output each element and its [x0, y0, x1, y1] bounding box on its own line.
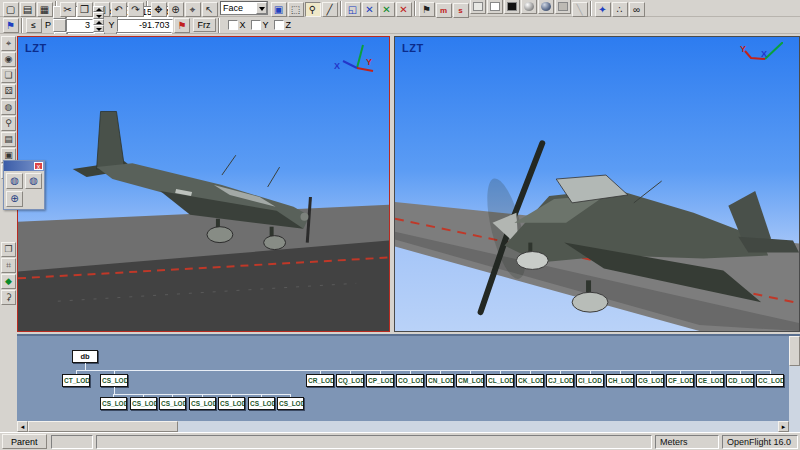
- hierarchy-node[interactable]: CN_LOD_: [426, 374, 454, 387]
- snap-grid-button[interactable]: [53, 19, 66, 32]
- pushpin-button[interactable]: ⚑: [419, 2, 435, 17]
- shade-black-button[interactable]: [504, 0, 520, 14]
- shade-flat-gray-button[interactable]: [555, 0, 571, 14]
- lamp-tool[interactable]: ⚳: [1, 290, 16, 305]
- hierarchy-node[interactable]: CP_LOD_: [366, 374, 394, 387]
- shade-lit-sphere-button[interactable]: [521, 0, 537, 14]
- hierarchy-node[interactable]: CS_LOD_: [248, 397, 275, 410]
- pages-tool[interactable]: ❐: [1, 242, 16, 257]
- globe-wire-tool[interactable]: ◍: [1, 100, 16, 115]
- zoom-tool-button[interactable]: ⌖: [185, 2, 201, 17]
- chevron-down-icon[interactable]: [256, 2, 267, 14]
- rotation-field[interactable]: 3: [66, 19, 93, 32]
- hierarchy-node[interactable]: CK_LOD_: [516, 374, 544, 387]
- freeze-button[interactable]: Frz: [193, 18, 216, 32]
- hierarchy-node[interactable]: CS_LOD_: [189, 397, 216, 410]
- marker-flag-button[interactable]: ⚑: [174, 18, 190, 33]
- line-tool-button[interactable]: ╱: [322, 2, 338, 17]
- viewport-left[interactable]: LZT X Y: [17, 36, 390, 332]
- zoom-box-button[interactable]: ◱: [345, 2, 361, 17]
- shade-white-button[interactable]: [487, 0, 503, 14]
- axis-checkbox[interactable]: Z: [274, 20, 292, 30]
- hierarchy-node[interactable]: CL_LOD_: [486, 374, 514, 387]
- track-flag-button[interactable]: ⚑: [3, 18, 19, 33]
- hierarchy-node[interactable]: CI_LOD_: [576, 374, 604, 387]
- pick-wand-tool[interactable]: ⚲: [1, 116, 16, 131]
- shade-dim-sphere-button[interactable]: [538, 0, 554, 14]
- axis-checkbox[interactable]: Y: [251, 20, 269, 30]
- hierarchy-panel[interactable]: dbCT_LOD_CS_LOD_CR_LOD_CQ_LOD_CP_LOD_CO_…: [17, 334, 800, 432]
- hierarchy-node[interactable]: CR_LOD_: [306, 374, 334, 387]
- hierarchy-node[interactable]: CS_LOD_: [100, 397, 127, 410]
- texture-s-button[interactable]: s: [453, 3, 469, 18]
- fence-select-button[interactable]: ⬚: [288, 2, 304, 17]
- scroll-right-icon[interactable]: ▸: [778, 421, 789, 432]
- palette-target-button[interactable]: ⊕: [6, 191, 23, 207]
- fit-z-button[interactable]: ✕: [396, 2, 412, 17]
- palette-globe-a-button[interactable]: ◍: [6, 173, 23, 189]
- hierarchy-node[interactable]: CF_LOD_: [666, 374, 694, 387]
- hierarchy-node[interactable]: CS_LOD_: [130, 397, 157, 410]
- hierarchy-node[interactable]: CD_LOD_: [726, 374, 754, 387]
- hierarchy-node[interactable]: CG_LOD_: [636, 374, 664, 387]
- texture-m-button[interactable]: m: [436, 3, 452, 18]
- palette-globe-b-button[interactable]: ◍: [25, 173, 42, 189]
- fit-x-button[interactable]: ✕: [362, 2, 378, 17]
- hierarchy-node[interactable]: CS_LOD_: [277, 397, 304, 410]
- wireframe-button[interactable]: ╲: [572, 2, 588, 17]
- hierarchy-node[interactable]: CO_LOD_: [396, 374, 424, 387]
- spinner-arrows[interactable]: [93, 19, 104, 32]
- hierarchy-node[interactable]: CM_LOD_: [456, 374, 484, 387]
- hierarchy-node[interactable]: CH_LOD_: [606, 374, 634, 387]
- redo-button[interactable]: ↷: [128, 2, 144, 17]
- pan-tool-button[interactable]: ✥: [151, 2, 167, 17]
- fit-y-button[interactable]: ✕: [379, 2, 395, 17]
- floating-palette[interactable]: x ◍◍⊕: [3, 160, 45, 210]
- color-dice-tool[interactable]: ⚄: [1, 84, 16, 99]
- scene-right[interactable]: [395, 37, 799, 331]
- stereo-glasses-button[interactable]: ∞: [629, 2, 645, 17]
- hierarchy-root-node[interactable]: db: [72, 350, 98, 363]
- palette-titlebar[interactable]: x: [4, 161, 44, 171]
- light-source-button[interactable]: ✦: [595, 2, 611, 17]
- constraint-button[interactable]: ≤: [26, 18, 42, 33]
- vertex-dots-button[interactable]: ∴: [612, 2, 628, 17]
- hierarchy-node[interactable]: CJ_LOD_: [546, 374, 574, 387]
- vertical-scrollbar[interactable]: [789, 336, 800, 432]
- texture-map-tool[interactable]: ⌖: [1, 36, 16, 51]
- hierarchy-node[interactable]: CS_LOD_: [159, 397, 186, 410]
- hierarchy-node[interactable]: CE_LOD_: [696, 374, 724, 387]
- select-face-mode-button[interactable]: ▣: [271, 2, 287, 17]
- shade-flat-light-button[interactable]: [470, 0, 486, 14]
- gem-tool[interactable]: ◆: [1, 274, 16, 289]
- select-arrow-button[interactable]: ↖: [202, 2, 218, 17]
- spinner-arrows[interactable]: [93, 6, 104, 19]
- scene-left[interactable]: [18, 37, 389, 331]
- lasso-select-button[interactable]: ⚲: [305, 2, 321, 17]
- open-file-button[interactable]: ▤: [20, 2, 36, 17]
- center-view-button[interactable]: ⊕: [168, 2, 184, 17]
- link-grid-tool[interactable]: ⌗: [1, 258, 16, 273]
- axis-checkbox[interactable]: X: [228, 20, 246, 30]
- scroll-left-icon[interactable]: ◂: [17, 421, 28, 432]
- hierarchy-node[interactable]: CS_LOD_: [100, 374, 128, 387]
- hierarchy-node[interactable]: CC_LOD_: [756, 374, 784, 387]
- parent-button[interactable]: Parent: [2, 434, 47, 449]
- copy-window-tool[interactable]: ❏: [1, 68, 16, 83]
- material-tool[interactable]: ◉: [1, 52, 16, 67]
- scrollbar-thumb[interactable]: [28, 421, 178, 432]
- new-file-button[interactable]: ▢: [3, 2, 19, 17]
- viewport-right[interactable]: LZT Y X: [394, 36, 800, 332]
- undo-button[interactable]: ↶: [111, 2, 127, 17]
- checkbox-box[interactable]: [228, 20, 238, 30]
- copy-button[interactable]: ❐: [77, 2, 93, 17]
- hierarchy-node[interactable]: CS_LOD_: [218, 397, 245, 410]
- horizontal-scrollbar[interactable]: ◂ ▸: [17, 421, 789, 432]
- scrollbar-thumb[interactable]: [789, 336, 800, 366]
- mode-dropdown[interactable]: Face: [220, 1, 268, 15]
- hierarchy-node[interactable]: CT_LOD_: [62, 374, 90, 387]
- checkbox-box[interactable]: [274, 20, 284, 30]
- checkbox-box[interactable]: [251, 20, 261, 30]
- page-export-tool[interactable]: ▤: [1, 132, 16, 147]
- save-button[interactable]: ▦: [37, 2, 53, 17]
